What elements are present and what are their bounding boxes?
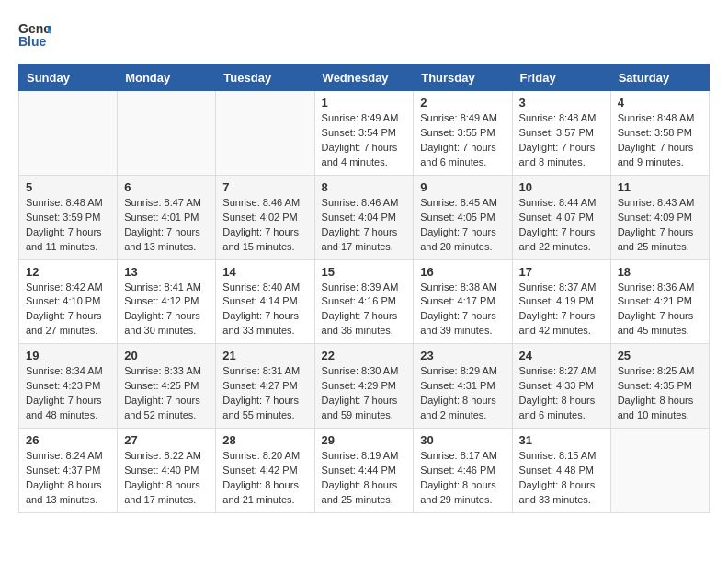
day-number: 16 [420, 265, 505, 279]
weekday-header-saturday: Saturday [610, 65, 709, 91]
day-cell: 9Sunrise: 8:45 AM Sunset: 4:05 PM Daylig… [414, 175, 512, 259]
day-cell: 26Sunrise: 8:24 AM Sunset: 4:37 PM Dayli… [19, 429, 118, 513]
day-number: 24 [519, 349, 604, 362]
day-number: 27 [124, 433, 209, 447]
day-cell: 15Sunrise: 8:39 AM Sunset: 4:16 PM Dayli… [314, 259, 414, 344]
day-number: 17 [519, 265, 604, 279]
day-number: 21 [222, 349, 307, 362]
day-number: 2 [420, 96, 505, 109]
weekday-header-sunday: Sunday [19, 65, 118, 91]
day-info: Sunrise: 8:20 AM Sunset: 4:42 PM Dayligh… [222, 449, 307, 508]
day-cell: 22Sunrise: 8:30 AM Sunset: 4:29 PM Dayli… [314, 344, 414, 429]
day-cell: 16Sunrise: 8:38 AM Sunset: 4:17 PM Dayli… [414, 259, 512, 344]
day-info: Sunrise: 8:19 AM Sunset: 4:44 PM Dayligh… [322, 449, 407, 508]
day-number: 29 [322, 433, 407, 447]
day-cell: 31Sunrise: 8:15 AM Sunset: 4:48 PM Dayli… [512, 429, 610, 513]
day-number: 23 [420, 349, 505, 362]
day-info: Sunrise: 8:25 AM Sunset: 4:35 PM Dayligh… [618, 364, 702, 423]
weekday-header-tuesday: Tuesday [216, 65, 314, 91]
weekday-header-friday: Friday [512, 65, 610, 91]
day-info: Sunrise: 8:39 AM Sunset: 4:16 PM Dayligh… [322, 281, 407, 339]
day-cell: 8Sunrise: 8:46 AM Sunset: 4:04 PM Daylig… [314, 175, 414, 259]
weekday-header-row: SundayMondayTuesdayWednesdayThursdayFrid… [19, 65, 710, 91]
day-info: Sunrise: 8:48 AM Sunset: 3:57 PM Dayligh… [519, 111, 604, 170]
calendar: SundayMondayTuesdayWednesdayThursdayFrid… [18, 64, 710, 513]
day-number: 18 [618, 265, 702, 279]
day-cell: 18Sunrise: 8:36 AM Sunset: 4:21 PM Dayli… [610, 259, 709, 344]
day-number: 11 [618, 180, 702, 194]
day-number: 6 [124, 180, 209, 194]
day-cell: 4Sunrise: 8:48 AM Sunset: 3:58 PM Daylig… [610, 91, 709, 176]
day-number: 8 [322, 180, 407, 194]
day-cell: 10Sunrise: 8:44 AM Sunset: 4:07 PM Dayli… [512, 175, 610, 259]
weekday-header-monday: Monday [118, 65, 216, 91]
svg-text:Blue: Blue [18, 34, 47, 49]
week-row-1: 1Sunrise: 8:49 AM Sunset: 3:54 PM Daylig… [19, 91, 710, 176]
week-row-2: 5Sunrise: 8:48 AM Sunset: 3:59 PM Daylig… [19, 175, 710, 259]
day-cell: 23Sunrise: 8:29 AM Sunset: 4:31 PM Dayli… [414, 344, 512, 429]
day-info: Sunrise: 8:48 AM Sunset: 3:59 PM Dayligh… [26, 196, 110, 255]
week-row-3: 12Sunrise: 8:42 AM Sunset: 4:10 PM Dayli… [19, 259, 710, 344]
day-number: 26 [26, 433, 110, 447]
day-info: Sunrise: 8:40 AM Sunset: 4:14 PM Dayligh… [222, 281, 307, 339]
day-cell: 27Sunrise: 8:22 AM Sunset: 4:40 PM Dayli… [118, 429, 216, 513]
logo: General Blue [18, 18, 51, 55]
day-cell: 17Sunrise: 8:37 AM Sunset: 4:19 PM Dayli… [512, 259, 610, 344]
day-cell [19, 91, 118, 176]
day-number: 22 [322, 349, 407, 362]
day-cell: 14Sunrise: 8:40 AM Sunset: 4:14 PM Dayli… [216, 259, 314, 344]
day-cell: 6Sunrise: 8:47 AM Sunset: 4:01 PM Daylig… [118, 175, 216, 259]
day-info: Sunrise: 8:49 AM Sunset: 3:54 PM Dayligh… [322, 111, 407, 170]
day-cell [118, 91, 216, 176]
day-cell: 12Sunrise: 8:42 AM Sunset: 4:10 PM Dayli… [19, 259, 118, 344]
day-info: Sunrise: 8:31 AM Sunset: 4:27 PM Dayligh… [222, 364, 307, 423]
day-number: 25 [618, 349, 702, 362]
day-cell [216, 91, 314, 176]
day-cell: 29Sunrise: 8:19 AM Sunset: 4:44 PM Dayli… [314, 429, 414, 513]
header: General Blue [18, 18, 710, 55]
week-row-4: 19Sunrise: 8:34 AM Sunset: 4:23 PM Dayli… [19, 344, 710, 429]
day-info: Sunrise: 8:45 AM Sunset: 4:05 PM Dayligh… [420, 196, 505, 255]
day-info: Sunrise: 8:41 AM Sunset: 4:12 PM Dayligh… [124, 281, 209, 339]
day-number: 4 [618, 96, 702, 109]
day-cell [610, 429, 709, 513]
day-number: 10 [519, 180, 604, 194]
day-info: Sunrise: 8:47 AM Sunset: 4:01 PM Dayligh… [124, 196, 209, 255]
day-info: Sunrise: 8:42 AM Sunset: 4:10 PM Dayligh… [26, 281, 110, 339]
day-info: Sunrise: 8:34 AM Sunset: 4:23 PM Dayligh… [26, 364, 110, 423]
day-cell: 21Sunrise: 8:31 AM Sunset: 4:27 PM Dayli… [216, 344, 314, 429]
day-cell: 11Sunrise: 8:43 AM Sunset: 4:09 PM Dayli… [610, 175, 709, 259]
day-info: Sunrise: 8:48 AM Sunset: 3:58 PM Dayligh… [618, 111, 702, 170]
day-number: 28 [222, 433, 307, 447]
day-info: Sunrise: 8:27 AM Sunset: 4:33 PM Dayligh… [519, 364, 604, 423]
day-number: 9 [420, 180, 505, 194]
day-cell: 7Sunrise: 8:46 AM Sunset: 4:02 PM Daylig… [216, 175, 314, 259]
day-number: 15 [322, 265, 407, 279]
day-info: Sunrise: 8:44 AM Sunset: 4:07 PM Dayligh… [519, 196, 604, 255]
day-number: 31 [519, 433, 604, 447]
day-info: Sunrise: 8:46 AM Sunset: 4:04 PM Dayligh… [322, 196, 407, 255]
weekday-header-wednesday: Wednesday [314, 65, 414, 91]
day-cell: 3Sunrise: 8:48 AM Sunset: 3:57 PM Daylig… [512, 91, 610, 176]
day-info: Sunrise: 8:15 AM Sunset: 4:48 PM Dayligh… [519, 449, 604, 508]
day-info: Sunrise: 8:29 AM Sunset: 4:31 PM Dayligh… [420, 364, 505, 423]
day-info: Sunrise: 8:24 AM Sunset: 4:37 PM Dayligh… [26, 449, 110, 508]
day-number: 20 [124, 349, 209, 362]
day-info: Sunrise: 8:17 AM Sunset: 4:46 PM Dayligh… [420, 449, 505, 508]
weekday-header-thursday: Thursday [414, 65, 512, 91]
day-info: Sunrise: 8:36 AM Sunset: 4:21 PM Dayligh… [618, 281, 702, 339]
day-number: 3 [519, 96, 604, 109]
day-info: Sunrise: 8:49 AM Sunset: 3:55 PM Dayligh… [420, 111, 505, 170]
day-number: 7 [222, 180, 307, 194]
day-number: 12 [26, 265, 110, 279]
week-row-5: 26Sunrise: 8:24 AM Sunset: 4:37 PM Dayli… [19, 429, 710, 513]
day-number: 19 [26, 349, 110, 362]
day-number: 5 [26, 180, 110, 194]
day-info: Sunrise: 8:22 AM Sunset: 4:40 PM Dayligh… [124, 449, 209, 508]
day-info: Sunrise: 8:37 AM Sunset: 4:19 PM Dayligh… [519, 281, 604, 339]
day-cell: 28Sunrise: 8:20 AM Sunset: 4:42 PM Dayli… [216, 429, 314, 513]
day-info: Sunrise: 8:38 AM Sunset: 4:17 PM Dayligh… [420, 281, 505, 339]
day-cell: 13Sunrise: 8:41 AM Sunset: 4:12 PM Dayli… [118, 259, 216, 344]
day-info: Sunrise: 8:30 AM Sunset: 4:29 PM Dayligh… [322, 364, 407, 423]
day-cell: 25Sunrise: 8:25 AM Sunset: 4:35 PM Dayli… [610, 344, 709, 429]
